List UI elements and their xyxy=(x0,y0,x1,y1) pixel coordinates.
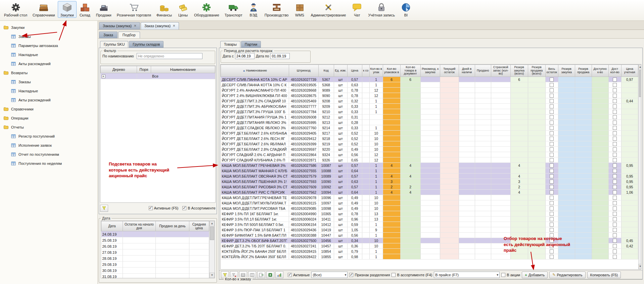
subtab-podbor[interactable]: Подбор xyxy=(118,32,140,38)
column-header[interactable]: к со xyxy=(362,65,369,77)
expand-icon[interactable] xyxy=(102,75,105,78)
column-header[interactable]: Текущий остаток xyxy=(440,65,459,77)
table-row[interactable]: ЙОГУРТ ДЕТ.БЕЛЛАКТ 2.6% КЛУБН/БА48102630… xyxy=(221,131,638,136)
scroll-thumb[interactable] xyxy=(639,70,641,97)
active-filter-check[interactable]: Активные xyxy=(288,273,310,277)
tree-item-avtozakaz[interactable]: Параметры автозаказа xyxy=(0,41,97,50)
row-checkbox[interactable] xyxy=(550,153,554,157)
row-checkbox[interactable] xyxy=(613,78,617,82)
excel-icon[interactable] xyxy=(266,271,274,278)
toolbar-item-warehouse[interactable]: Склад xyxy=(77,1,93,18)
row-checkbox[interactable] xyxy=(550,185,554,189)
toolbar-item-desktop[interactable]: Рабочий стол xyxy=(1,1,30,18)
table-row[interactable]: КАША МОЛ.Д/ДЕТ.ПИТ.ГРЕЧНЕВАЯ ТЕ481026302… xyxy=(221,195,638,200)
funnel-icon[interactable] xyxy=(100,205,108,212)
column-header[interactable]: Дата xyxy=(101,221,123,231)
table-row[interactable]: ЙОГУРТ СЛАДКИЙ 2.6% С АРДЫНИ П4810263022… xyxy=(221,152,638,157)
copy-button[interactable]: Копировать (F5) xyxy=(587,272,621,278)
row-checkbox[interactable] xyxy=(550,163,554,168)
scroll-up-icon[interactable]: ▲ xyxy=(210,221,215,226)
row-checkbox[interactable] xyxy=(550,180,554,184)
toolbar-item-admin[interactable]: Администрирование xyxy=(308,1,349,18)
add-button[interactable]: Добавить xyxy=(522,272,548,278)
column-header[interactable]: Кол-во в упак xyxy=(369,65,383,77)
column-header[interactable]: Весь остаток xyxy=(545,65,558,77)
date-row[interactable]: 27.08.19 xyxy=(101,249,209,255)
column-header[interactable]: Код xyxy=(318,65,334,77)
row-checkbox[interactable] xyxy=(613,137,617,141)
row-checkbox[interactable] xyxy=(613,190,617,194)
column-header[interactable]: Дост кол-во xyxy=(608,65,621,77)
table-row[interactable]: КАША МОЛ.БЕЛЛАКТ ОВСЯНАЯ 3% СТ4810263027… xyxy=(221,174,638,179)
table-row[interactable]: КАША МОЛ.Д/ДЕТ.ПИТ.МУЛЬТИЗЛАК.Т481026302… xyxy=(221,200,638,206)
tab-products[interactable]: Товары xyxy=(220,41,240,48)
table-row[interactable]: ЙОГУРТ ДЕТ.БЕЛЛАКТ 2.6% ЛЕСН.ЯГ481026302… xyxy=(221,136,638,141)
tab-warehouse-groups[interactable]: Группы складов xyxy=(129,41,164,48)
tree-item-po-postupleniyam[interactable]: Отчет по поступлениям xyxy=(0,150,97,159)
date-to-input[interactable] xyxy=(270,53,290,59)
toolbar-item-equipment[interactable]: Оборудование xyxy=(191,1,222,18)
row-checkbox[interactable] xyxy=(613,110,617,114)
scroll-down-icon[interactable]: ▼ xyxy=(210,273,215,278)
row-checkbox[interactable] xyxy=(550,115,554,119)
tree-folder-operacii[interactable]: Операции xyxy=(0,113,97,123)
table-row[interactable]: КАША МОЛ.БЕЛЛАКТ РИСОВАЯ 3% СТ4810263027… xyxy=(221,184,638,190)
row-checkbox[interactable] xyxy=(613,174,617,178)
tree-item-po-nedelyam[interactable]: Поступления по неделям xyxy=(0,159,97,168)
toolbar-item-account[interactable]: Учётная запись xyxy=(365,1,398,18)
row-checkbox[interactable] xyxy=(550,131,554,135)
tree-folder-otchety[interactable]: Отчеты xyxy=(0,123,97,132)
row-checkbox[interactable] xyxy=(613,223,617,227)
row-checkbox[interactable] xyxy=(550,83,554,87)
razdel-check[interactable]: Признак разделения xyxy=(349,273,390,277)
sku-footer-check-1[interactable]: В Ассортименте xyxy=(182,206,216,210)
column-header[interactable]: Остаток на начало дня xyxy=(123,221,156,231)
column-header[interactable]: Продано xyxy=(475,65,491,77)
tree-item-zakazy[interactable]: Заказы xyxy=(0,32,97,41)
checkbox-icon[interactable] xyxy=(288,273,292,277)
toolbar-item-prices[interactable]: Цены xyxy=(175,1,191,18)
column-header[interactable]: Кол-во товара в документ xyxy=(400,65,420,77)
column-header[interactable]: Цена учетная xyxy=(621,65,638,77)
row-checkbox[interactable] xyxy=(550,142,554,146)
scroll-down-icon[interactable]: ▼ xyxy=(639,264,641,269)
row-checkbox[interactable] xyxy=(613,255,617,259)
row-checkbox[interactable] xyxy=(550,99,554,103)
table-row[interactable]: КАША МОЛ.БЕЛЛАКТ МАННАЯ С КЛУБ4810263027… xyxy=(221,168,638,174)
filter-name-input[interactable] xyxy=(137,53,202,59)
row-checkbox[interactable] xyxy=(550,217,554,221)
toolbar-item-books[interactable]: Справочники xyxy=(30,1,58,18)
table-row[interactable]: КЕФИР 3.5% ПЛ 500Л БЕЛЛАКТ 0.5кг.4810263… xyxy=(221,222,638,227)
column-header[interactable]: Поря xyxy=(137,66,151,73)
column-header[interactable]: Страховой запас (кол-во) xyxy=(491,65,510,77)
row-checkbox[interactable] xyxy=(613,88,617,92)
row-checkbox[interactable] xyxy=(550,121,554,125)
date-scrollbar[interactable]: ▲ ▼ xyxy=(209,221,215,278)
table-row[interactable]: ЙОГУРТ Д/ДЕТ.ПИТ.3% АБРИКОС/БАН481026302… xyxy=(221,104,638,109)
row-checkbox[interactable] xyxy=(613,185,617,189)
tree-item-zakazy-v[interactable]: Заказы xyxy=(0,77,97,86)
row-checkbox[interactable] xyxy=(613,244,617,248)
table-row[interactable]: КАША МОЛ.БЕЛЛАКТ ГРЕЧНЕВАЯ 3%48102630275… xyxy=(221,163,638,168)
row-checkbox[interactable] xyxy=(550,94,554,98)
table-row[interactable]: ЙОГУРТ Д/ДЕТ.СЛАДКОЕ ЯБЛОКО 3%4810263027… xyxy=(221,125,638,131)
row-checkbox[interactable] xyxy=(613,169,617,173)
row-checkbox[interactable] xyxy=(550,196,554,200)
row-checkbox[interactable] xyxy=(613,126,617,130)
row-checkbox[interactable] xyxy=(613,131,617,135)
row-checkbox[interactable] xyxy=(613,153,617,157)
column-header[interactable]: Рекоменд. к закупке xyxy=(420,65,440,77)
tree-item-nakladnye[interactable]: Накладные xyxy=(0,50,97,59)
tab-order[interactable]: Заказ (закупка) xyxy=(141,22,179,30)
row-checkbox[interactable] xyxy=(550,212,554,216)
close-icon[interactable] xyxy=(173,24,175,28)
row-checkbox[interactable] xyxy=(550,126,554,130)
column-header[interactable]: Наименование xyxy=(221,65,289,77)
table-row[interactable]: ЙОГУРТ Д/ДЕТ.ПИТАНИЯ ГРУША 3% 1481026302… xyxy=(221,114,638,120)
checkbox-icon[interactable] xyxy=(149,206,153,210)
table-row[interactable]: КЕФИР 3.6% ПЮР-ПАК 1Л БЕЛЛАКТ 1481026302… xyxy=(221,227,638,233)
column-header[interactable]: Продано за день xyxy=(156,221,189,231)
tree-folder-zakupki[interactable]: Закупки xyxy=(0,23,97,32)
tree-item-nakladnye-v[interactable]: Накладные xyxy=(0,86,97,95)
row-checkbox[interactable] xyxy=(550,88,554,92)
